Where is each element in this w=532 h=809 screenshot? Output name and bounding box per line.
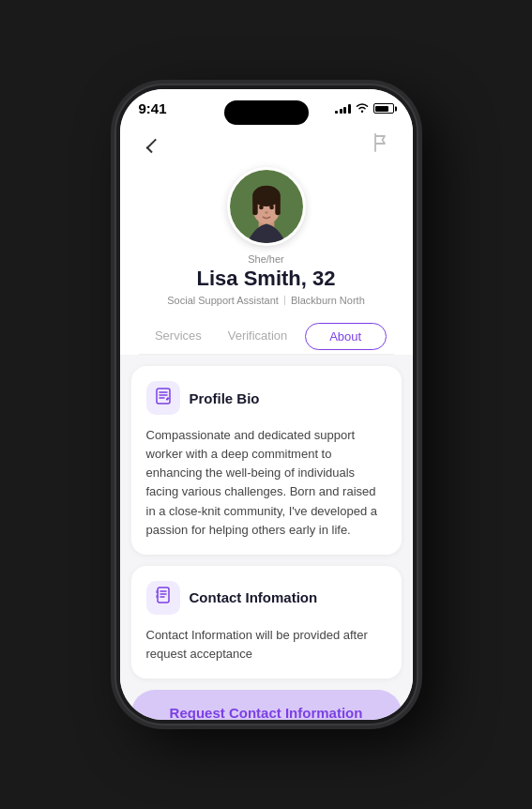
contact-info-card: Contact Infomation Contact Information w… [131,566,402,679]
back-button[interactable] [139,131,165,158]
bio-card-body: Compassionate and dedicated support work… [146,426,387,540]
svg-rect-9 [157,389,170,404]
meta-divider [284,296,285,305]
flag-icon [372,133,389,157]
profile-meta: Social Support Assistant Blackburn North [167,295,365,306]
flag-button[interactable] [368,131,394,158]
wifi-icon [356,102,369,115]
contact-icon-wrap [146,581,180,615]
contact-card-body: Contact Information will be provided aft… [146,626,387,664]
signal-icon [335,103,351,114]
request-btn-label: Request Contact Information [170,705,363,720]
bio-card-title: Profile Bio [190,390,260,406]
status-icons [335,102,394,115]
svg-point-7 [269,206,274,210]
svg-rect-4 [252,196,258,215]
contact-card-title: Contact Infomation [190,589,318,605]
phone-shell: 9:41 [116,85,417,724]
avatar [227,167,306,246]
tab-about[interactable]: About [305,323,387,350]
pronoun-label: She/her [248,253,284,265]
phone-screen: 9:41 [120,89,413,720]
dynamic-island [224,100,309,125]
tab-bar: Services Verification About [139,319,394,355]
contact-icon [154,586,173,609]
location: Blackburn North [291,295,365,306]
screen-content[interactable]: She/her Lisa Smith, 32 Social Support As… [120,122,413,720]
svg-rect-12 [156,595,159,598]
status-time: 9:41 [139,100,167,116]
battery-icon [373,103,394,114]
back-chevron-icon [145,139,160,154]
svg-rect-11 [156,590,159,593]
card-contact-header: Contact Infomation [146,581,387,615]
svg-point-6 [259,206,264,210]
profile-header: She/her Lisa Smith, 32 Social Support As… [120,122,413,355]
request-contact-button[interactable]: Request Contact Information [131,690,402,720]
tab-services[interactable]: Services [139,319,219,354]
bio-icon [154,387,173,410]
job-title: Social Support Assistant [167,295,279,306]
card-bio-header: Profile Bio [146,381,387,415]
svg-rect-5 [275,196,281,215]
profile-bio-card: Profile Bio Compassionate and dedicated … [131,366,402,555]
bio-icon-wrap [146,381,180,415]
header-nav [139,131,394,158]
svg-point-8 [265,211,268,214]
svg-rect-10 [158,588,169,603]
profile-name: Lisa Smith, 32 [197,267,336,291]
tab-verification[interactable]: Verification [218,319,297,354]
